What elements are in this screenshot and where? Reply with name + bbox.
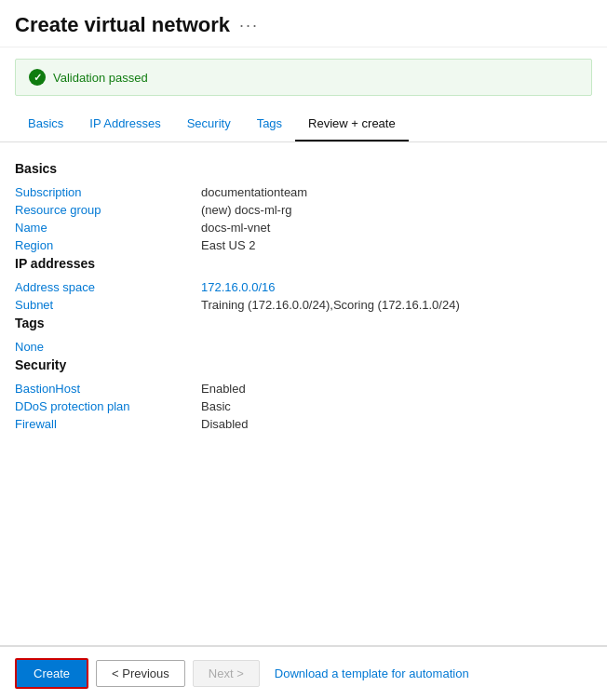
field-value: docs-ml-vnet [201,221,270,235]
download-template-link[interactable]: Download a template for automation [275,666,469,680]
tab-review-create[interactable]: Review + create [295,107,409,141]
field-row: Resource group(new) docs-ml-rg [15,203,592,217]
field-row: SubnetTraining (172.16.0.0/24),Scoring (… [15,298,592,312]
field-label: Resource group [15,203,201,217]
footer: Create < Previous Next > Download a temp… [0,646,607,700]
security-section: Security BastionHostEnabledDDoS protecti… [15,357,592,431]
field-value: (new) docs-ml-rg [201,203,292,217]
field-row: FirewallDisabled [15,417,592,431]
field-value: Basic [201,399,231,413]
tab-basics[interactable]: Basics [15,107,76,141]
field-row: BastionHostEnabled [15,382,592,396]
field-row: Subscriptiondocumentationteam [15,185,592,199]
content-area: Basics SubscriptiondocumentationteamReso… [0,142,607,645]
tab-ip-addresses[interactable]: IP Addresses [76,107,173,141]
field-row: DDoS protection planBasic [15,399,592,413]
basics-section: Basics SubscriptiondocumentationteamReso… [15,161,592,252]
field-label: Address space [15,280,201,294]
tags-section: Tags None [15,316,592,354]
field-value: Training (172.16.0.0/24),Scoring (172.16… [201,298,460,312]
field-row: RegionEast US 2 [15,238,592,252]
field-label: Subnet [15,298,201,312]
page-title: Create virtual network [15,13,230,37]
validation-text: Validation passed [53,71,148,85]
field-value: East US 2 [201,238,256,252]
ip-addresses-section: IP addresses Address space172.16.0.0/16S… [15,256,592,312]
previous-button[interactable]: < Previous [96,660,185,687]
field-row: Namedocs-ml-vnet [15,221,592,235]
field-label: DDoS protection plan [15,399,201,413]
field-value: Disabled [201,417,249,431]
field-label: Region [15,238,201,252]
basics-heading: Basics [15,161,592,176]
page-header: Create virtual network ··· [0,0,607,47]
field-row: Address space172.16.0.0/16 [15,280,592,294]
validation-banner: Validation passed [15,59,592,96]
tab-tags[interactable]: Tags [244,107,295,141]
field-value: documentationteam [201,185,307,199]
create-button[interactable]: Create [15,658,88,689]
field-value: 172.16.0.0/16 [201,280,276,294]
field-value: Enabled [201,382,246,396]
field-label: Firewall [15,417,201,431]
field-label: BastionHost [15,382,201,396]
field-label: Name [15,221,201,235]
tags-heading: Tags [15,316,592,330]
ellipsis-menu-icon[interactable]: ··· [239,16,259,35]
tab-security[interactable]: Security [174,107,244,141]
field-label: Subscription [15,185,201,199]
next-button: Next > [193,660,260,687]
tab-bar: BasicsIP AddressesSecurityTagsReview + c… [0,107,607,142]
security-heading: Security [15,357,592,372]
ip-addresses-heading: IP addresses [15,256,592,271]
tags-value: None [15,340,592,354]
check-icon [29,69,46,86]
